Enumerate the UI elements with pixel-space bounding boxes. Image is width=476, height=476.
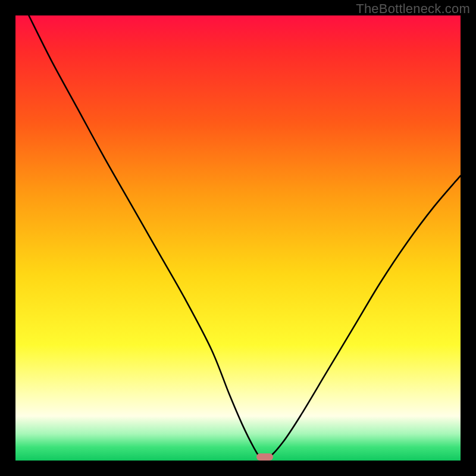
optimal-marker (256, 453, 273, 461)
chart-frame: TheBottleneck.com (0, 0, 476, 476)
watermark-text: TheBottleneck.com (356, 1, 470, 17)
plot-area (15, 15, 461, 461)
curve-svg (15, 15, 461, 461)
bottleneck-curve (29, 15, 461, 459)
